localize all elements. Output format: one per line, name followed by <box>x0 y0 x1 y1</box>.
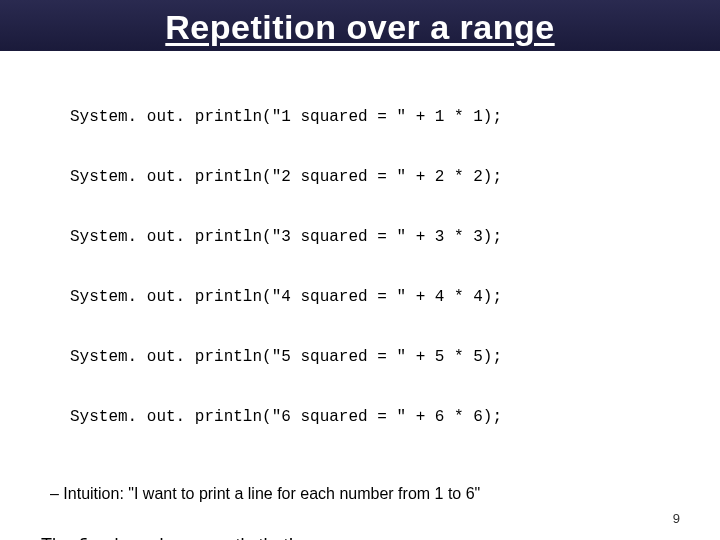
slide-title: Repetition over a range <box>0 8 720 47</box>
bullet-pre: The <box>41 535 77 540</box>
bullet-for-loop: •The for loop does exactly that! <box>28 535 720 540</box>
slide-header: Repetition over a range <box>0 0 720 51</box>
code-line: System. out. println("1 squared = " + 1 … <box>70 107 720 127</box>
intuition-prefix: – Intuition: <box>50 485 128 502</box>
code-line: System. out. println("2 squared = " + 2 … <box>70 167 720 187</box>
code-line: System. out. println("4 squared = " + 4 … <box>70 287 720 307</box>
code-line: System. out. println("3 squared = " + 3 … <box>70 227 720 247</box>
intuition-line: – Intuition: "I want to print a line for… <box>50 485 720 503</box>
slide-content: System. out. println("1 squared = " + 1 … <box>0 51 720 540</box>
bullet-dot-icon: • <box>28 535 35 540</box>
for-keyword: for <box>77 536 109 540</box>
bullet-post: loop does exactly that! <box>109 535 293 540</box>
code-line: System. out. println("6 squared = " + 6 … <box>70 407 720 427</box>
intuition-text: "I want to print a line for each number … <box>128 485 480 502</box>
code-block-repeated-println: System. out. println("1 squared = " + 1 … <box>70 67 720 467</box>
page-number: 9 <box>673 511 680 526</box>
code-line: System. out. println("5 squared = " + 5 … <box>70 347 720 367</box>
